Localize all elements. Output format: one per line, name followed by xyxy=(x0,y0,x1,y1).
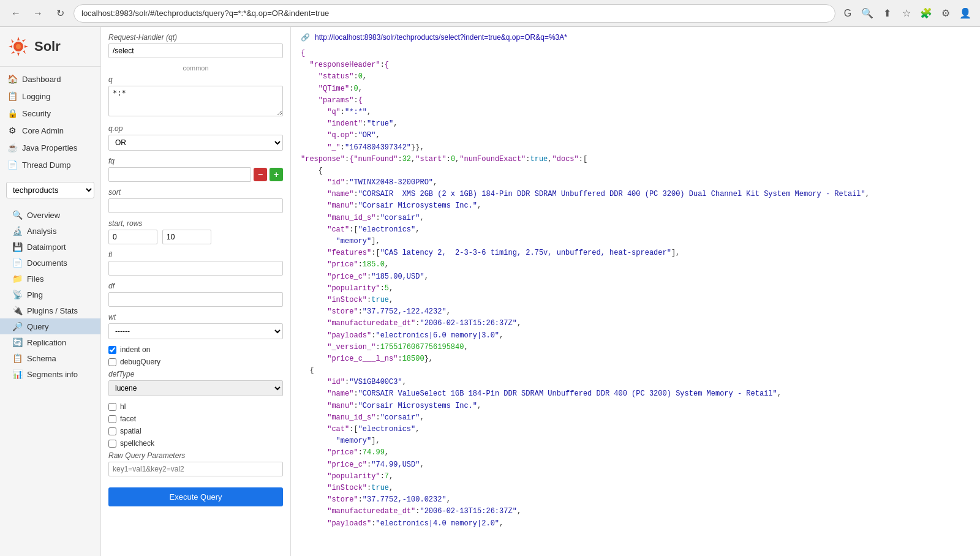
df-input[interactable] xyxy=(108,292,283,307)
spellcheck-label: spellcheck xyxy=(120,439,154,448)
sidebar-label-files: Files xyxy=(27,274,43,284)
settings-icon[interactable]: ⚙ xyxy=(938,6,953,21)
google-icon[interactable]: G xyxy=(840,6,855,21)
facet-label: facet xyxy=(120,415,136,423)
sidebar-item-plugins-stats[interactable]: 🔌 Plugins / Stats xyxy=(0,302,100,318)
hl-checkbox[interactable] xyxy=(108,403,116,411)
logging-icon: 📋 xyxy=(7,91,17,101)
sidebar-label-plugins-stats: Plugins / Stats xyxy=(27,306,78,315)
debug-query-row: debugQuery xyxy=(108,358,283,366)
fq-add-button[interactable]: + xyxy=(270,168,283,181)
q-textarea[interactable]: *:* xyxy=(108,86,283,116)
q-op-group: q.op OR AND xyxy=(108,124,283,151)
spatial-checkbox[interactable] xyxy=(108,427,116,435)
df-group: df xyxy=(108,282,283,307)
security-icon: 🔒 xyxy=(7,108,17,118)
raw-params-label: Raw Query Parameters xyxy=(108,451,283,460)
sidebar-item-files[interactable]: 📁 Files xyxy=(0,271,100,287)
facet-checkbox[interactable] xyxy=(108,415,116,423)
back-button[interactable]: ← xyxy=(7,5,24,22)
json-output: { "responseHeader":{ "status":0, "QTime"… xyxy=(301,48,970,530)
start-rows-group: start, rows xyxy=(108,219,283,244)
handler-input[interactable] xyxy=(108,43,283,58)
sidebar-item-security[interactable]: 🔒 Security xyxy=(0,105,100,122)
def-type-group: defType lucene dismax edismax xyxy=(108,370,283,396)
fq-row: − + xyxy=(108,167,283,182)
extensions-icon[interactable]: 🧩 xyxy=(919,6,933,21)
share-icon[interactable]: ⬆ xyxy=(880,6,894,21)
url-icon: 🔗 xyxy=(301,33,310,42)
ping-icon: 📡 xyxy=(12,290,22,299)
sidebar-item-core-admin[interactable]: ⚙ Core Admin xyxy=(0,122,100,139)
profile-icon[interactable]: 👤 xyxy=(958,6,973,21)
hl-label: hl xyxy=(120,402,126,411)
sidebar-label-thread-dump: Thread Dump xyxy=(22,160,70,170)
forward-button[interactable]: → xyxy=(29,5,47,22)
def-type-select[interactable]: lucene dismax edismax xyxy=(108,380,283,396)
start-input[interactable] xyxy=(108,230,157,244)
fq-group: fq − + xyxy=(108,157,283,182)
reload-button[interactable]: ↻ xyxy=(51,5,69,22)
fl-input[interactable] xyxy=(108,261,283,276)
sidebar-item-segments-info[interactable]: 📊 Segments info xyxy=(0,366,100,382)
sidebar-item-schema[interactable]: 📋 Schema xyxy=(0,350,100,366)
fl-group: fl xyxy=(108,250,283,276)
wt-group: wt ------ json xml csv xyxy=(108,313,283,339)
sidebar-item-overview[interactable]: 🔍 Overview xyxy=(0,207,100,223)
q-op-select[interactable]: OR AND xyxy=(108,135,283,151)
dashboard-icon: 🏠 xyxy=(7,74,17,84)
spellcheck-checkbox[interactable] xyxy=(108,440,116,448)
sort-input[interactable] xyxy=(108,198,283,213)
sidebar-item-dataimport[interactable]: 💾 Dataimport xyxy=(0,239,100,255)
q-group: q *:* xyxy=(108,75,283,118)
fl-label: fl xyxy=(108,250,283,259)
q-op-label: q.op xyxy=(108,124,283,133)
start-rows-label: start, rows xyxy=(108,219,283,228)
plugins-icon: 🔌 xyxy=(12,306,22,315)
sidebar-item-thread-dump[interactable]: 📄 Thread Dump xyxy=(0,156,100,173)
facet-row: facet xyxy=(108,415,283,423)
rows-input[interactable] xyxy=(162,230,211,244)
sidebar-item-documents[interactable]: 📄 Documents xyxy=(0,255,100,271)
sort-group: sort xyxy=(108,188,283,213)
fq-remove-button[interactable]: − xyxy=(254,168,267,181)
hl-row: hl xyxy=(108,402,283,411)
collection-selector[interactable]: techproducts xyxy=(6,182,94,198)
replication-icon: 🔄 xyxy=(12,337,22,347)
wt-select[interactable]: ------ json xml csv xyxy=(108,323,283,339)
wt-label: wt xyxy=(108,313,283,321)
core-admin-icon: ⚙ xyxy=(7,126,17,135)
sidebar-label-segments-info: Segments info xyxy=(27,370,78,379)
sidebar-item-java-properties[interactable]: ☕ Java Properties xyxy=(0,139,100,156)
address-bar[interactable]: localhost:8983/solr/#/techproducts/query… xyxy=(74,4,835,23)
dataimport-icon: 💾 xyxy=(12,242,22,252)
sidebar-item-logging[interactable]: 📋 Logging xyxy=(0,88,100,105)
sidebar-label-dataimport: Dataimport xyxy=(27,242,66,252)
start-rows-row xyxy=(108,230,283,244)
bookmark-icon[interactable]: ☆ xyxy=(899,6,914,21)
indent-checkbox[interactable] xyxy=(108,346,116,354)
common-label: common xyxy=(108,64,283,72)
logo-text: Solr xyxy=(34,39,61,54)
sidebar-label-schema: Schema xyxy=(27,354,56,363)
execute-query-button[interactable]: Execute Query xyxy=(108,487,283,506)
debug-query-checkbox[interactable] xyxy=(108,358,116,366)
sidebar-item-analysis[interactable]: 🔬 Analysis xyxy=(0,223,100,239)
sidebar-label-java-properties: Java Properties xyxy=(22,143,77,152)
fq-label: fq xyxy=(108,157,283,165)
handler-group: Request-Handler (qt) xyxy=(108,33,283,58)
deftype-row: lucene dismax edismax xyxy=(108,380,283,396)
sidebar-item-query[interactable]: 🔎 Query xyxy=(0,318,100,334)
sidebar-item-replication[interactable]: 🔄 Replication xyxy=(0,334,100,350)
spatial-label: spatial xyxy=(120,427,141,435)
sidebar-label-analysis: Analysis xyxy=(27,227,56,236)
sidebar-label-security: Security xyxy=(22,109,51,118)
raw-params-input[interactable] xyxy=(108,462,283,476)
results-url: http://localhost:8983/solr/techproducts/… xyxy=(315,33,567,42)
sidebar-item-dashboard[interactable]: 🏠 Dashboard xyxy=(0,70,100,88)
search-icon[interactable]: 🔍 xyxy=(860,6,875,21)
files-icon: 📁 xyxy=(12,274,22,284)
sidebar-item-ping[interactable]: 📡 Ping xyxy=(0,287,100,302)
spellcheck-row: spellcheck xyxy=(108,439,283,448)
fq-input[interactable] xyxy=(108,167,251,182)
